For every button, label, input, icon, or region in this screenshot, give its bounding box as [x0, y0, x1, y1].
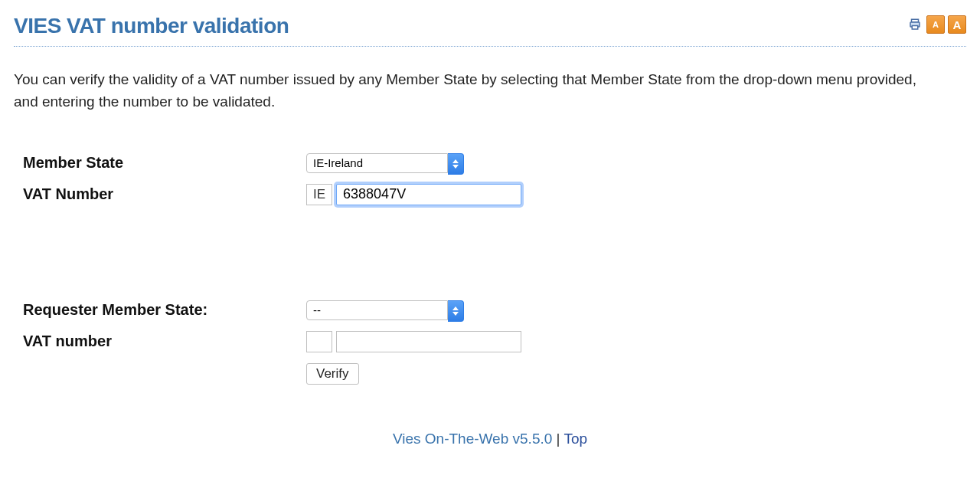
- vat-number-label: VAT Number: [23, 185, 306, 203]
- header-tools: A A: [906, 14, 966, 34]
- footer: Vies On-The-Web v5.5.0 | Top: [14, 431, 966, 447]
- chevron-updown-icon[interactable]: [448, 300, 464, 322]
- requester-vat-number-label: VAT number: [23, 333, 306, 350]
- member-state-select[interactable]: IE-Ireland: [306, 153, 464, 173]
- verify-button[interactable]: Verify: [306, 363, 359, 385]
- font-decrease-button[interactable]: A: [926, 15, 945, 34]
- vat-number-input[interactable]: [336, 184, 521, 205]
- top-link[interactable]: Top: [564, 431, 587, 447]
- vat-prefix: IE: [306, 184, 332, 205]
- print-icon[interactable]: [906, 16, 923, 33]
- requester-member-state-label: Requester Member State:: [23, 301, 306, 319]
- requester-vat-prefix: [306, 331, 332, 352]
- requester-member-state-select[interactable]: --: [306, 300, 464, 320]
- footer-separator: |: [552, 431, 564, 447]
- intro-text: You can verify the validity of a VAT num…: [14, 68, 933, 113]
- requester-vat-number-input[interactable]: [336, 331, 521, 352]
- member-state-label: Member State: [23, 154, 306, 172]
- divider: [14, 46, 966, 47]
- requester-member-state-select-field[interactable]: --: [306, 300, 448, 320]
- version-text: Vies On-The-Web v5.5.0: [393, 431, 552, 447]
- page-title: VIES VAT number validation: [14, 14, 289, 38]
- member-state-select-field[interactable]: IE-Ireland: [306, 153, 448, 173]
- font-increase-button[interactable]: A: [948, 15, 966, 34]
- svg-rect-2: [912, 26, 918, 30]
- chevron-updown-icon[interactable]: [448, 153, 464, 175]
